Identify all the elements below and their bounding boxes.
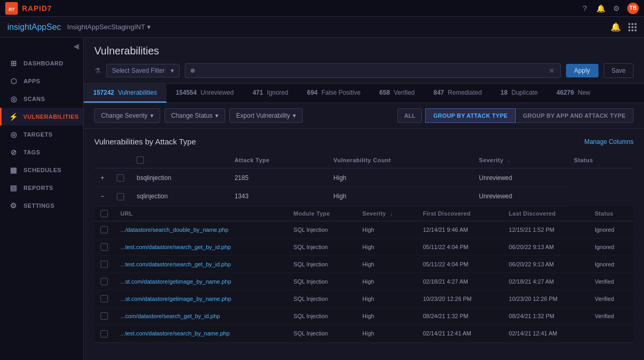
- url-link-5[interactable]: ...com/datastore/search_get_by_id.php: [120, 313, 220, 319]
- tab-unreviewed-label: Unreviewed: [201, 89, 234, 96]
- chevron-down-icon: ▾: [293, 112, 296, 119]
- settings-icon[interactable]: ⚙: [612, 4, 621, 13]
- url-link-4[interactable]: ...st.com/datastore/getimage_by_name.php: [120, 296, 231, 302]
- sub-status-cell-2: Ignored: [589, 256, 634, 273]
- clear-search-icon[interactable]: ✕: [549, 66, 555, 75]
- alert-bell-icon[interactable]: 🔔: [610, 22, 621, 32]
- sub-table-data-row: .../datastore/search_double_by_name.php …: [94, 221, 634, 238]
- sub-module-cell-1: SQL Injection: [287, 238, 357, 255]
- tab-ignored-label: Ignored: [267, 89, 288, 96]
- url-link-0[interactable]: .../datastore/search_double_by_name.php: [120, 227, 228, 233]
- sub-severity-cell-4: High: [356, 290, 417, 308]
- sub-row-checkbox-4[interactable]: [101, 295, 108, 302]
- select-all-checkbox[interactable]: [137, 156, 144, 164]
- search-input[interactable]: [198, 67, 549, 74]
- sub-url-cell-0: .../datastore/search_double_by_name.php: [114, 221, 287, 238]
- help-icon[interactable]: ?: [580, 4, 590, 13]
- sub-table-data-row: ...st.com/datastore/getimage_by_name.php…: [94, 273, 634, 290]
- avatar[interactable]: TB: [627, 3, 639, 14]
- sub-first-disc-cell-0: 12/14/21 9:46 AM: [417, 221, 503, 238]
- sub-row-checkbox-2[interactable]: [101, 261, 108, 268]
- tab-remediated[interactable]: 847 Remediated: [424, 84, 491, 103]
- sidebar-item-scans[interactable]: ◎ SCANS: [0, 90, 83, 108]
- select-all-header: [94, 152, 110, 168]
- expand-cell-sql[interactable]: −: [94, 187, 110, 206]
- first-discovered-col-header: First Discovered: [417, 206, 503, 221]
- sub-row-checkbox-1[interactable]: [101, 243, 108, 251]
- save-button[interactable]: Save: [604, 63, 634, 78]
- tab-unreviewed[interactable]: 154554 Unreviewed: [166, 84, 243, 103]
- sidebar-item-apps[interactable]: ⬡ APPS: [0, 72, 83, 90]
- apps-grid-icon[interactable]: [628, 23, 637, 31]
- apps-icon: ⬡: [9, 77, 18, 85]
- expand-header: [110, 152, 130, 168]
- sidebar-collapse-button[interactable]: ◀: [73, 42, 79, 50]
- content-area: Vulnerabilities ⚗ Select Saved Filter ▾ …: [84, 38, 644, 360]
- status-cell-sql: Unreviewed: [473, 187, 568, 206]
- sub-table-header: URL Module Type Severity ↓ First Discove…: [94, 206, 634, 221]
- url-link-3[interactable]: ...st.com/datastore/getimage_by_name.php: [120, 278, 231, 285]
- sidebar-item-schedules[interactable]: ▦ SCHEDULES: [0, 161, 83, 179]
- tab-new[interactable]: 46279 New: [547, 84, 600, 103]
- sub-row-checkbox-3[interactable]: [101, 278, 108, 285]
- sub-module-cell-6: SQL Injection: [287, 325, 357, 342]
- tab-ignored-count: 471: [252, 89, 263, 96]
- sub-table: URL Module Type Severity ↓ First Discove…: [94, 206, 634, 343]
- sidebar-item-vulnerabilities[interactable]: ⚡ VULNERABILITIES: [0, 108, 83, 126]
- sub-url-cell-4: ...st.com/datastore/getimage_by_name.php: [114, 290, 287, 308]
- tab-verified[interactable]: 658 Verified: [370, 84, 424, 103]
- sidebar-label-dashboard: DASHBOARD: [24, 60, 63, 66]
- group-by-attack-button[interactable]: GROUP BY ATTACK TYPE: [425, 108, 515, 123]
- url-link-1[interactable]: ...test.com/datastore/search_get_by_id.p…: [120, 244, 231, 250]
- vulnerabilities-icon: ⚡: [9, 113, 18, 121]
- row-checkbox-bsql[interactable]: [117, 174, 124, 182]
- severity-col-header: Severity ↓: [473, 152, 568, 168]
- sub-row-checkbox-0[interactable]: [101, 226, 108, 233]
- sidebar-item-settings[interactable]: ⚙ SETTINGS: [0, 197, 83, 215]
- sidebar-item-targets[interactable]: ◎ TARGETS: [0, 126, 83, 143]
- tab-all-vulnerabilities[interactable]: 157242 Vulnerabilities: [84, 84, 166, 103]
- url-link-2[interactable]: ...test.com/datastore/search_get_by_id.p…: [120, 261, 231, 267]
- group-all-button[interactable]: ALL: [397, 108, 422, 123]
- environment-selector[interactable]: InsightAppSecStagingINT ▾: [67, 23, 151, 31]
- sub-url-cell-3: ...st.com/datastore/getimage_by_name.php: [114, 273, 287, 290]
- group-by-app-attack-button[interactable]: GROUP BY APP AND ATTACK TYPE: [516, 108, 634, 123]
- sidebar-item-tags[interactable]: ⊘ TAGS: [0, 143, 83, 161]
- tab-ignored[interactable]: 471 Ignored: [243, 84, 297, 103]
- table-row: + bsqlinjection 2185 High Unreviewed: [94, 168, 634, 187]
- export-vulnerability-button[interactable]: Export Vulnerability ▾: [229, 108, 303, 123]
- sub-row-cb-cell: [94, 256, 114, 273]
- sidebar-label-targets: TARGETS: [24, 131, 52, 138]
- sub-severity-cell-5: High: [356, 308, 417, 325]
- appbar: insightAppSec InsightAppSecStagingINT ▾ …: [0, 17, 644, 38]
- rapid7-logo-icon: R7: [5, 2, 18, 15]
- sub-row-checkbox-6[interactable]: [101, 330, 108, 338]
- severity-cell-bsql: High: [327, 168, 473, 187]
- sub-last-disc-cell-6: 02/14/21 12:41 AM: [503, 325, 589, 342]
- sub-select-all-checkbox[interactable]: [101, 210, 108, 217]
- sub-table-data-row: ...test.com/datastore/search_get_by_id.p…: [94, 256, 634, 273]
- sort-severity-icon[interactable]: ↓: [507, 157, 510, 163]
- expand-cell[interactable]: +: [94, 168, 110, 187]
- sub-url-cell-5: ...com/datastore/search_get_by_id.php: [114, 308, 287, 325]
- sub-row-checkbox-5[interactable]: [101, 312, 108, 320]
- notifications-icon[interactable]: 🔔: [596, 4, 605, 13]
- sidebar-item-dashboard[interactable]: ⊞ DASHBOARD: [0, 54, 83, 72]
- change-severity-button[interactable]: Change Severity ▾: [94, 108, 160, 123]
- manage-columns-button[interactable]: Manage Columns: [584, 138, 634, 145]
- url-link-6[interactable]: ...test.com/datastore/search_by_name.php: [120, 330, 230, 336]
- tab-unreviewed-count: 154554: [176, 89, 197, 96]
- sidebar-item-reports[interactable]: ▤ REPORTS: [0, 179, 83, 197]
- row-checkbox-sql[interactable]: [117, 193, 124, 200]
- table-header: Attack Type Vulnerability Count Severity…: [94, 152, 634, 168]
- saved-filter-dropdown[interactable]: Select Saved Filter ▾: [106, 64, 180, 77]
- sub-module-cell-5: SQL Injection: [287, 308, 357, 325]
- change-status-button[interactable]: Change Status ▾: [164, 108, 225, 123]
- tab-duplicate[interactable]: 18 Duplicate: [491, 84, 547, 103]
- tab-false-positive[interactable]: 694 False Positive: [298, 84, 370, 103]
- sub-last-disc-cell-2: 06/20/22 9:13 AM: [503, 256, 589, 273]
- apply-button[interactable]: Apply: [566, 64, 598, 77]
- topbar-right: ? 🔔 ⚙ TB: [580, 3, 639, 14]
- sub-first-disc-cell-6: 02/14/21 12:41 AM: [417, 325, 503, 342]
- sub-sort-severity-icon[interactable]: ↓: [390, 210, 393, 217]
